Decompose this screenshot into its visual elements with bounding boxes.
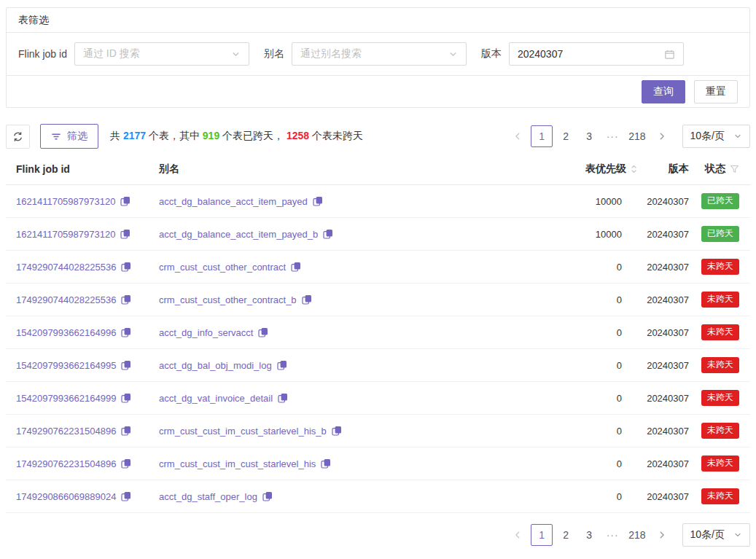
copy-icon[interactable] bbox=[121, 294, 131, 305]
page: 表筛选 Flink job id 通过 ID 搜索 别名 通过别名搜索 bbox=[0, 0, 756, 547]
copy-icon[interactable] bbox=[121, 458, 131, 469]
copy-icon[interactable] bbox=[277, 360, 287, 370]
alias-link[interactable]: crm_cust_cust_other_contract bbox=[159, 262, 286, 273]
copy-icon[interactable] bbox=[258, 327, 268, 337]
version-cell: 20240307 bbox=[638, 360, 689, 371]
copy-icon[interactable] bbox=[121, 327, 131, 337]
pagination-page-218[interactable]: 218 bbox=[626, 524, 648, 546]
pagination-page-3[interactable]: 3 bbox=[579, 524, 599, 546]
column-label: 版本 bbox=[669, 163, 689, 176]
copy-icon[interactable] bbox=[120, 196, 130, 206]
alias-select[interactable]: 通过别名搜索 bbox=[292, 42, 467, 66]
alias-link[interactable]: acct_dg_vat_invoice_detail bbox=[159, 393, 273, 404]
alias-link[interactable]: crm_cust_cust_im_cust_starlevel_his bbox=[159, 458, 316, 469]
job-id-link[interactable]: 1621411705987973120 bbox=[16, 196, 115, 207]
table-row: 1621411705987973120 acct_dg_balance_acct… bbox=[6, 218, 750, 251]
version-date-input[interactable]: 20240307 bbox=[509, 42, 684, 66]
chevron-down-icon bbox=[733, 132, 742, 141]
copy-icon[interactable] bbox=[323, 229, 333, 239]
job-id-link[interactable]: 1749290762231504896 bbox=[16, 426, 116, 437]
version-value: 20240307 bbox=[647, 458, 689, 469]
version-cell: 20240307 bbox=[638, 262, 689, 273]
pagination-page-2[interactable]: 2 bbox=[556, 524, 576, 546]
job-id-link[interactable]: 1542097993662164995 bbox=[16, 360, 116, 371]
alias-cell: crm_cust_cust_other_contract bbox=[159, 262, 536, 273]
filter-button-label: 筛选 bbox=[67, 130, 87, 143]
alias-link[interactable]: crm_cust_cust_im_cust_starlevel_his_b bbox=[159, 426, 327, 437]
crossed-count: 919 bbox=[203, 130, 219, 141]
flink-job-id-select[interactable]: 通过 ID 搜索 bbox=[74, 42, 249, 66]
status-badge: 未跨天 bbox=[701, 292, 739, 308]
pagination-next-button[interactable] bbox=[652, 524, 672, 546]
job-id-link[interactable]: 1749290866069889024 bbox=[16, 491, 116, 502]
page-size-select[interactable]: 10条/页 bbox=[682, 523, 750, 547]
job-id-link[interactable]: 1542097993662164996 bbox=[16, 327, 116, 338]
filter-button[interactable]: 筛选 bbox=[40, 124, 98, 149]
pagination-prev-button[interactable] bbox=[507, 125, 528, 147]
copy-icon[interactable] bbox=[121, 393, 131, 403]
pagination-page-218[interactable]: 218 bbox=[626, 125, 648, 147]
pagination-page-2[interactable]: 2 bbox=[556, 125, 576, 147]
alias-cell: acct_dg_staff_oper_log bbox=[159, 491, 536, 502]
job-id-link[interactable]: 1621411705987973120 bbox=[16, 229, 115, 240]
column-label: 表优先级 bbox=[585, 163, 626, 176]
query-button[interactable]: 查询 bbox=[642, 80, 685, 103]
filter-funnel-icon[interactable] bbox=[730, 165, 739, 173]
copy-icon[interactable] bbox=[278, 393, 288, 403]
job-id-link[interactable]: 1749290744028225536 bbox=[16, 294, 116, 305]
refresh-button[interactable] bbox=[6, 125, 30, 149]
priority-cell: 0 bbox=[536, 327, 638, 338]
status-badge: 未跨天 bbox=[701, 423, 739, 439]
priority-cell: 0 bbox=[536, 426, 638, 437]
priority-value: 0 bbox=[617, 294, 622, 305]
alias-link[interactable]: acct_dg_info_servacct bbox=[159, 327, 253, 338]
job-id-link[interactable]: 1749290744028225536 bbox=[16, 262, 116, 273]
copy-icon[interactable] bbox=[321, 458, 331, 469]
job-id-cell: 1749290744028225536 bbox=[6, 262, 159, 273]
reset-button[interactable]: 重置 bbox=[694, 80, 738, 103]
column-header-priority[interactable]: 表优先级 bbox=[536, 163, 638, 176]
summary-mid2: 个表已跨天， bbox=[219, 130, 287, 141]
copy-icon[interactable] bbox=[313, 196, 323, 206]
job-id-cell: 1542097993662164996 bbox=[6, 327, 159, 338]
copy-icon[interactable] bbox=[121, 262, 131, 272]
copy-icon[interactable] bbox=[121, 426, 131, 436]
alias-link[interactable]: acct_dg_bal_obj_modi_log bbox=[159, 360, 272, 371]
copy-icon[interactable] bbox=[120, 229, 130, 239]
job-id-link[interactable]: 1542097993662164999 bbox=[16, 393, 116, 404]
pagination-prev-button[interactable] bbox=[507, 524, 528, 546]
job-id-cell: 1749290762231504896 bbox=[6, 426, 159, 437]
column-header-status[interactable]: 状态 bbox=[689, 163, 750, 176]
alias-link[interactable]: crm_cust_cust_other_contract_b bbox=[159, 294, 297, 305]
status-badge: 已跨天 bbox=[701, 193, 739, 209]
table-row: 1749290762231504896 crm_cust_cust_im_cus… bbox=[6, 415, 750, 447]
copy-icon[interactable] bbox=[121, 360, 131, 370]
copy-icon[interactable] bbox=[332, 426, 342, 436]
version-value: 20240307 bbox=[518, 48, 563, 60]
page-size-select[interactable]: 10条/页 bbox=[682, 125, 750, 148]
summary-mid1: 个表，其中 bbox=[146, 130, 203, 141]
column-header-alias: 别名 bbox=[159, 163, 536, 176]
status-cell: 未跨天 bbox=[689, 292, 750, 308]
job-id-link[interactable]: 1749290762231504896 bbox=[16, 458, 116, 469]
table-row: 1621411705987973120 acct_dg_balance_acct… bbox=[6, 185, 750, 218]
pagination-page-3[interactable]: 3 bbox=[579, 125, 599, 147]
copy-icon[interactable] bbox=[121, 491, 131, 501]
pagination-page-1[interactable]: 1 bbox=[531, 125, 553, 147]
sorter-icon[interactable] bbox=[630, 164, 638, 174]
priority-cell: 0 bbox=[536, 262, 638, 273]
alias-link[interactable]: acct_dg_balance_acct_item_payed bbox=[159, 196, 308, 207]
status-cell: 未跨天 bbox=[689, 390, 750, 406]
version-value: 20240307 bbox=[647, 393, 689, 404]
pagination-page-1[interactable]: 1 bbox=[531, 524, 553, 546]
job-id-cell: 1749290762231504896 bbox=[6, 458, 159, 469]
alias-link[interactable]: acct_dg_balance_acct_item_payed_b bbox=[159, 229, 318, 240]
status-cell: 未跨天 bbox=[689, 324, 750, 340]
copy-icon[interactable] bbox=[262, 491, 273, 501]
copy-icon[interactable] bbox=[291, 262, 301, 272]
pagination-next-button[interactable] bbox=[652, 125, 672, 147]
summary-text: 共 2177 个表，其中 919 个表已跨天， 1258 个表未跨天 bbox=[110, 130, 363, 143]
alias-link[interactable]: acct_dg_staff_oper_log bbox=[159, 491, 257, 502]
priority-value: 0 bbox=[617, 458, 622, 469]
copy-icon[interactable] bbox=[302, 294, 312, 305]
